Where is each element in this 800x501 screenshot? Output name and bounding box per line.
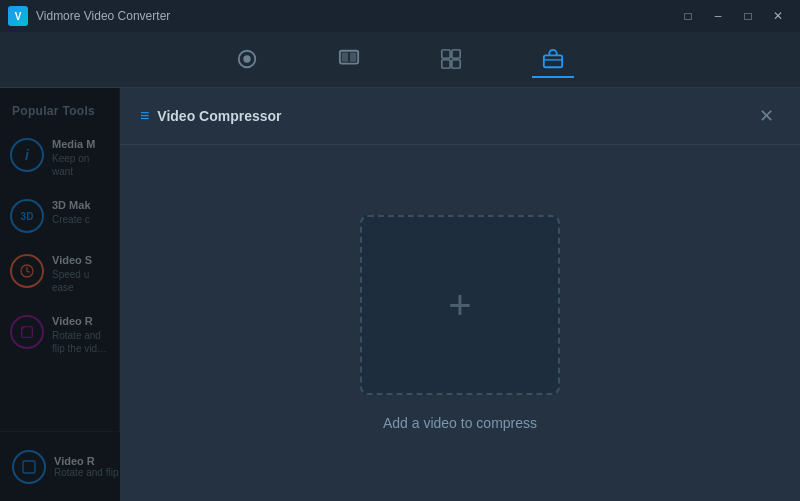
- minimize-button[interactable]: –: [704, 5, 732, 27]
- compress-icon: ≡: [140, 107, 149, 125]
- video-compressor-dialog: ≡ Video Compressor ✕ + Add a video to co…: [120, 88, 800, 501]
- svg-point-1: [243, 55, 250, 62]
- close-button[interactable]: ✕: [764, 5, 792, 27]
- maximize-button[interactable]: □: [734, 5, 762, 27]
- title-bar-controls: □ – □ ✕: [674, 5, 792, 27]
- tab-collage[interactable]: [430, 42, 472, 78]
- title-bar-left: V Vidmore Video Converter: [8, 6, 170, 26]
- title-bar: V Vidmore Video Converter □ – □ ✕: [0, 0, 800, 32]
- toolbox-icon: [542, 48, 564, 70]
- app-title: Vidmore Video Converter: [36, 9, 170, 23]
- svg-rect-9: [544, 55, 562, 67]
- modal-close-button[interactable]: ✕: [752, 102, 780, 130]
- main-area: Popular Tools i Media M Keep onwant 3D 3…: [0, 88, 800, 501]
- plus-icon: +: [448, 285, 471, 325]
- modal-header: ≡ Video Compressor ✕: [120, 88, 800, 145]
- svg-rect-6: [452, 49, 460, 57]
- drop-label: Add a video to compress: [383, 415, 537, 431]
- svg-rect-3: [342, 52, 348, 61]
- message-button[interactable]: □: [674, 5, 702, 27]
- nav-tabs: [0, 32, 800, 88]
- tab-toolbox[interactable]: [532, 42, 574, 78]
- svg-rect-7: [442, 59, 450, 67]
- modal-title: Video Compressor: [157, 108, 281, 124]
- modal-title-row: ≡ Video Compressor: [140, 107, 282, 125]
- svg-rect-4: [350, 52, 356, 61]
- drop-zone[interactable]: +: [360, 215, 560, 395]
- modal-body: + Add a video to compress: [120, 145, 800, 501]
- app-icon: V: [8, 6, 28, 26]
- tab-editor[interactable]: [328, 42, 370, 78]
- converter-icon: [236, 48, 258, 70]
- editor-icon: [338, 48, 360, 70]
- svg-rect-5: [442, 49, 450, 57]
- svg-rect-8: [452, 59, 460, 67]
- collage-icon: [440, 48, 462, 70]
- tab-converter[interactable]: [226, 42, 268, 78]
